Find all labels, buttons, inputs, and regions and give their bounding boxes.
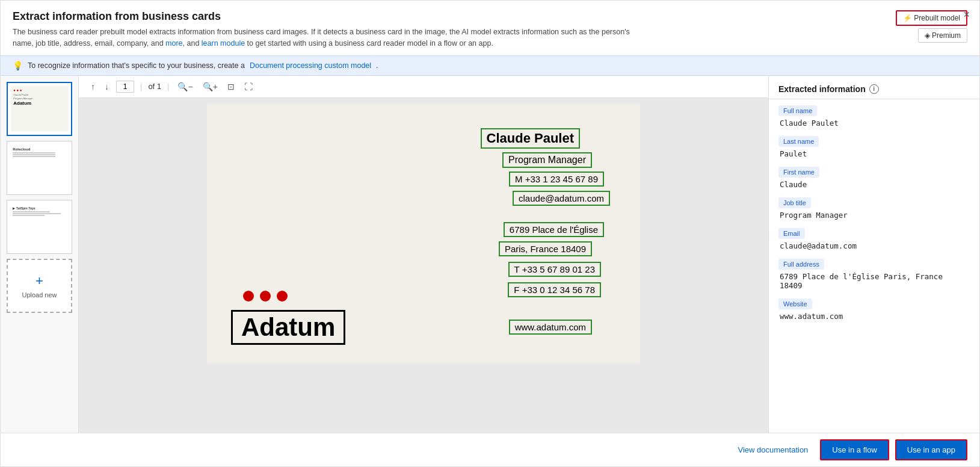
extracted-field-group: First nameClaude: [778, 167, 970, 189]
field-label: Last name: [778, 136, 819, 147]
thumb3-line3: [13, 215, 45, 216]
field-value: Paulet: [778, 149, 970, 158]
card-brand: Adatum: [231, 310, 345, 345]
field-value: www.adatum.com: [778, 312, 970, 321]
thumb3-line2: [13, 213, 60, 214]
card-phone-mobile: M +33 1 23 45 67 89: [509, 172, 604, 187]
card-name: Claude Paulet: [481, 128, 580, 149]
thumbnail-2[interactable]: Rolecloud: [7, 141, 72, 195]
thumb3-logo: ▶ TailSpin Toys: [13, 206, 66, 210]
business-card: Claude Paulet Program Manager M +33 1 23…: [207, 104, 640, 363]
thumb2-line3: [13, 156, 55, 157]
fullscreen-button[interactable]: ⛶: [242, 81, 255, 93]
thumb1-dots: ● ● ●: [13, 88, 66, 92]
extracted-field-group: Full nameClaude Paulet: [778, 105, 970, 128]
thumbnail-3[interactable]: ▶ TailSpin Toys: [7, 200, 72, 254]
thumb2-line2: [13, 154, 55, 155]
info-banner: 💡 To recognize information that's specif…: [1, 55, 979, 76]
field-value: Program Manager: [778, 211, 970, 220]
extracted-field-group: Emailclaude@adatum.com: [778, 228, 970, 250]
thumbnail-1[interactable]: ● ● ● Claude Paulet Program Manager Adat…: [7, 82, 72, 136]
modal-header: Extract information from business cards …: [1, 1, 979, 55]
field-label: Job title: [778, 197, 811, 208]
prebuilt-model-button[interactable]: ⚡ Prebuilt model: [896, 10, 967, 26]
extracted-field-group: Full address6789 Place de l'Église Paris…: [778, 259, 970, 290]
card-dots: [243, 291, 288, 302]
use-in-app-button[interactable]: Use in an app: [895, 439, 967, 460]
modal-footer: View documentation Use in a flow Use in …: [1, 433, 979, 466]
field-label: Full name: [778, 105, 817, 116]
card-fax: F +33 0 12 34 56 78: [508, 282, 601, 297]
thumb2-line1: [13, 152, 55, 153]
thumb-img-1: ● ● ● Claude Paulet Program Manager Adat…: [11, 86, 68, 131]
extracted-header: Extracted information i: [769, 76, 979, 99]
doc-toolbar: ↑ ↓ | of 1 | 🔍− 🔍+ ⊡ ⛶: [79, 76, 768, 98]
close-button[interactable]: ×: [963, 9, 970, 20]
modal-header-right: ⚡ Prebuilt model ◈ Premium: [896, 10, 967, 43]
extracted-field-group: Job titleProgram Manager: [778, 197, 970, 220]
thumb-img-3: ▶ TailSpin Toys: [10, 204, 68, 249]
fit-page-button[interactable]: ⊡: [225, 81, 237, 93]
card-address1: 6789 Place de l'Église: [504, 222, 604, 237]
toolbar-separator: |: [167, 82, 169, 91]
use-in-flow-button[interactable]: Use in a flow: [820, 439, 889, 460]
info-banner-suffix: .: [376, 61, 378, 70]
view-documentation-link[interactable]: View documentation: [738, 445, 809, 454]
custom-model-link[interactable]: Document processing custom model: [250, 61, 371, 70]
field-value: Claude Paulet: [778, 119, 970, 128]
extracted-field-group: Websitewww.adatum.com: [778, 298, 970, 321]
thumb3-lines: [13, 211, 66, 216]
field-label: Full address: [778, 259, 824, 270]
card-email: claude@adatum.com: [513, 191, 610, 206]
right-panel: Extracted information i Full nameClaude …: [769, 76, 979, 433]
doc-viewer: ↑ ↓ | of 1 | 🔍− 🔍+ ⊡ ⛶ Claude Paulet Pro…: [79, 76, 769, 433]
field-label: First name: [778, 167, 819, 178]
main-content: ● ● ● Claude Paulet Program Manager Adat…: [1, 76, 979, 433]
card-website: www.adatum.com: [509, 320, 592, 335]
nav-up-button[interactable]: ↑: [88, 81, 97, 93]
card-dot-3: [277, 291, 288, 302]
field-label: Website: [778, 298, 812, 309]
learn-link[interactable]: learn module: [202, 39, 245, 48]
card-phone-tel: T +33 5 67 89 01 23: [508, 262, 601, 277]
page-separator: |: [140, 82, 142, 91]
sidebar-thumbnails: ● ● ● Claude Paulet Program Manager Adat…: [1, 76, 79, 433]
modal-title: Extract information from business cards: [13, 10, 884, 23]
thumb2-logo: Rolecloud: [13, 147, 66, 151]
modal-container: Extract information from business cards …: [0, 0, 980, 467]
thumb1-brand: Adatum: [13, 101, 66, 106]
card-title: Program Manager: [502, 152, 592, 168]
field-value: 6789 Place de l'Église Paris, France 184…: [778, 272, 970, 290]
info-banner-text: To recognize information that's specific…: [28, 61, 245, 70]
upload-new-button[interactable]: + Upload new: [7, 259, 72, 313]
page-of-label: of 1: [148, 82, 161, 91]
premium-badge: ◈ Premium: [918, 28, 967, 43]
extracted-field-group: Last namePaulet: [778, 136, 970, 158]
thumb1-text2: Program Manager: [13, 97, 66, 100]
upload-plus-icon: +: [35, 273, 43, 289]
thumb2-lines: [13, 152, 66, 157]
field-value: Claude: [778, 180, 970, 189]
nav-down-button[interactable]: ↓: [102, 81, 111, 93]
page-input[interactable]: [116, 81, 134, 93]
card-dot-2: [260, 291, 271, 302]
info-icon: 💡: [13, 61, 23, 70]
extracted-info-icon[interactable]: i: [869, 84, 879, 94]
zoom-in-button[interactable]: 🔍+: [200, 81, 220, 93]
doc-canvas[interactable]: Claude Paulet Program Manager M +33 1 23…: [79, 98, 768, 433]
field-value: claude@adatum.com: [778, 241, 970, 250]
desc-suffix: to get started with using a business car…: [247, 39, 493, 48]
zoom-out-button[interactable]: 🔍−: [175, 81, 195, 93]
more-link[interactable]: more: [165, 39, 182, 48]
thumb3-line1: [13, 211, 50, 212]
extracted-title: Extracted information: [778, 84, 866, 94]
field-label: Email: [778, 228, 805, 239]
modal-header-left: Extract information from business cards …: [13, 10, 884, 49]
upload-label: Upload new: [22, 291, 57, 298]
extracted-fields-scroll[interactable]: Full nameClaude PauletLast namePauletFir…: [769, 99, 979, 433]
thumb1-text: Claude Paulet: [13, 93, 66, 96]
card-address2: Paris, France 18409: [499, 241, 592, 256]
modal-description: The business card reader prebuilt model …: [13, 26, 644, 49]
card-dot-1: [243, 291, 254, 302]
thumb-img-2: Rolecloud: [10, 145, 68, 190]
